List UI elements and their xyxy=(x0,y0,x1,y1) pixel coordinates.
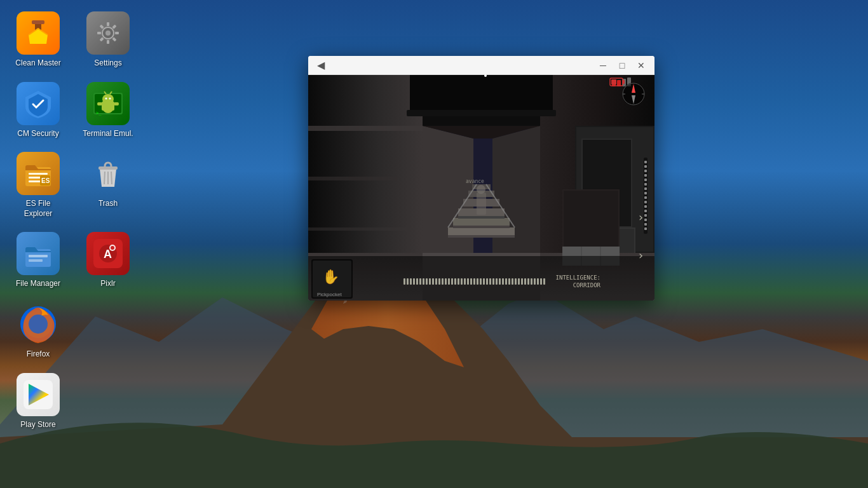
svg-rect-111 xyxy=(470,278,472,285)
icon-trash[interactable]: Trash xyxy=(76,147,140,224)
pixlr-icon-img: A xyxy=(86,232,130,275)
svg-rect-116 xyxy=(486,278,488,285)
svg-rect-157 xyxy=(644,187,647,190)
svg-rect-68 xyxy=(458,216,505,219)
svg-rect-100 xyxy=(435,278,437,285)
window-minimize-button[interactable]: ─ xyxy=(595,58,611,72)
svg-rect-154 xyxy=(644,174,647,177)
svg-rect-156 xyxy=(644,183,647,186)
svg-rect-160 xyxy=(644,201,647,203)
svg-rect-130 xyxy=(531,278,532,285)
icon-pixlr[interactable]: A Pixlr xyxy=(76,227,140,294)
svg-point-75 xyxy=(477,185,485,194)
svg-rect-12 xyxy=(97,32,101,34)
esfile-icon-img: ES xyxy=(17,152,60,195)
svg-rect-11 xyxy=(100,37,104,41)
svg-rect-3 xyxy=(32,20,44,24)
window-back-button[interactable]: ◀ xyxy=(313,58,329,73)
icon-cmsecurity[interactable]: CM Security xyxy=(6,77,70,144)
svg-rect-113 xyxy=(477,278,478,285)
icon-esfile[interactable]: ES ES File Explorer xyxy=(6,147,70,224)
icon-row-6: Play Store xyxy=(6,368,140,435)
svg-rect-106 xyxy=(454,278,456,285)
svg-rect-150 xyxy=(644,158,648,234)
svg-rect-8 xyxy=(115,32,119,34)
window-maximize-button[interactable]: □ xyxy=(614,58,630,72)
svg-rect-51 xyxy=(308,177,397,180)
svg-rect-127 xyxy=(521,278,523,285)
icon-row-5: Firefox xyxy=(6,297,140,365)
svg-rect-161 xyxy=(644,205,647,208)
window-titlebar: ◀ ─ □ ✕ xyxy=(308,56,654,75)
filemanager-icon-img xyxy=(17,232,60,275)
svg-rect-129 xyxy=(527,278,529,285)
svg-rect-123 xyxy=(508,278,510,285)
svg-rect-117 xyxy=(489,278,491,285)
svg-text:>_: >_ xyxy=(96,111,102,116)
window-controls: ─ □ ✕ xyxy=(595,58,649,72)
svg-rect-92 xyxy=(410,278,412,285)
svg-point-46 xyxy=(29,315,48,334)
svg-rect-119 xyxy=(496,278,498,285)
terminal-icon-img: >_ xyxy=(86,82,130,125)
icon-row-1: Clean Master Setting xyxy=(6,6,140,74)
svg-rect-90 xyxy=(403,278,405,285)
svg-rect-85 xyxy=(308,256,654,301)
svg-rect-64 xyxy=(448,235,515,238)
svg-rect-166 xyxy=(644,227,647,230)
svg-rect-66 xyxy=(453,226,510,228)
svg-rect-32 xyxy=(98,166,118,170)
svg-rect-128 xyxy=(524,278,526,285)
settings-label: Settings xyxy=(94,58,121,69)
filemanager-label: File Manager xyxy=(16,279,60,289)
svg-rect-134 xyxy=(543,278,545,285)
icon-row-4: File Manager A Pixlr xyxy=(6,227,140,294)
svg-rect-102 xyxy=(442,278,444,285)
svg-text:CORRIDOR: CORRIDOR xyxy=(573,282,601,288)
icon-filemanager[interactable]: File Manager xyxy=(6,227,70,294)
svg-rect-19 xyxy=(114,102,119,105)
svg-rect-83 xyxy=(410,75,553,113)
svg-rect-10 xyxy=(107,40,109,44)
svg-rect-94 xyxy=(416,278,418,285)
svg-rect-115 xyxy=(483,278,485,285)
svg-rect-163 xyxy=(644,214,647,217)
svg-rect-29 xyxy=(29,180,41,182)
svg-rect-143 xyxy=(623,80,625,84)
svg-rect-27 xyxy=(29,173,48,175)
icon-firefox[interactable]: Firefox xyxy=(6,297,70,365)
svg-rect-13 xyxy=(100,25,104,29)
svg-rect-101 xyxy=(438,278,440,285)
svg-rect-38 xyxy=(29,259,43,262)
svg-rect-91 xyxy=(407,278,409,285)
playstore-label: Play Store xyxy=(20,420,55,430)
icon-playstore[interactable]: Play Store xyxy=(6,368,70,435)
svg-rect-93 xyxy=(413,278,415,285)
svg-rect-162 xyxy=(644,210,647,212)
svg-rect-37 xyxy=(29,255,48,257)
svg-rect-152 xyxy=(644,165,647,168)
svg-rect-108 xyxy=(461,278,463,285)
svg-text:›: › xyxy=(637,210,644,224)
svg-text:avance: avance xyxy=(466,179,484,184)
svg-rect-124 xyxy=(512,278,513,285)
svg-rect-153 xyxy=(644,170,647,172)
icon-settings[interactable]: Settings xyxy=(76,6,140,74)
pixlr-label: Pixlr xyxy=(100,279,115,289)
svg-rect-155 xyxy=(644,179,647,181)
svg-rect-9 xyxy=(112,37,116,41)
icon-terminal[interactable]: >_ Terminal Emul. xyxy=(76,77,140,144)
svg-point-21 xyxy=(105,97,107,99)
icon-cleanmaster[interactable]: Clean Master xyxy=(6,6,70,74)
svg-rect-118 xyxy=(492,278,494,285)
game-content: avance ✋ Pickpocket xyxy=(308,75,654,301)
terminal-label: Terminal Emul. xyxy=(83,129,133,139)
window-close-button[interactable]: ✕ xyxy=(633,58,649,72)
svg-rect-131 xyxy=(534,278,536,285)
svg-rect-165 xyxy=(644,223,647,226)
svg-rect-97 xyxy=(426,278,428,285)
svg-rect-74 xyxy=(477,193,486,215)
svg-rect-114 xyxy=(480,278,482,285)
svg-rect-142 xyxy=(611,79,616,85)
svg-rect-112 xyxy=(473,278,475,285)
